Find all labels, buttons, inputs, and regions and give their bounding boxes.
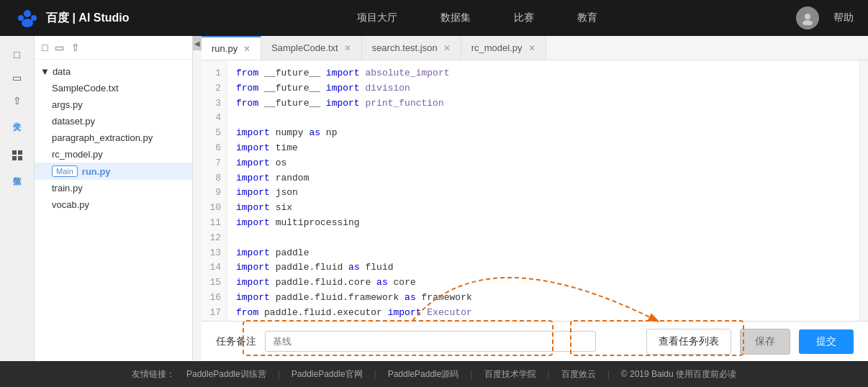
new-file-btn[interactable]: □	[6, 43, 29, 66]
top-nav: 百度 | AI Studio 项目大厅 数据集 比赛 教育 帮助	[0, 0, 868, 36]
svg-point-5	[803, 20, 813, 25]
line-number: 10	[207, 201, 221, 216]
add-folder-icon[interactable]: ▭	[55, 42, 64, 53]
code-line: import random	[236, 171, 851, 186]
submit-button[interactable]: 提交	[799, 329, 854, 354]
footer-link-3[interactable]: 百度技术学院	[484, 368, 536, 381]
chevron-down-icon: ▼	[40, 66, 50, 77]
folder-data[interactable]: ▼ data	[35, 63, 192, 80]
file-tree-panel: □ ▭ ⇧ ▼ data SampleCode.txt args.py data…	[35, 36, 193, 361]
tab-close-icon[interactable]: ✕	[443, 43, 451, 53]
code-line: import six	[236, 201, 851, 216]
footer-link-0[interactable]: PaddlePaddle训练营	[186, 368, 266, 381]
tab-close-icon[interactable]: ✕	[243, 44, 250, 54]
footer-sep: |	[470, 369, 472, 379]
list-item[interactable]: train.py	[35, 180, 192, 196]
file-name: paragraph_extraction.py	[52, 132, 153, 143]
list-item[interactable]: vocab.py	[35, 196, 192, 213]
footer-sep: |	[548, 369, 550, 379]
code-line: import time	[236, 141, 851, 156]
bottom-bar: 任务备注 查看任务列表 保存 提交	[202, 321, 868, 361]
nav-contest[interactable]: 比赛	[514, 12, 534, 24]
sidebar-datasets-section: 数据集	[6, 144, 29, 170]
main-area: □ ▭ ⇧ 文件夹 数据集 □ ▭ ⇧ ▼ data SampleCode.tx…	[0, 36, 868, 361]
code-line	[236, 111, 851, 126]
code-editor: 123456789101112131415161718192021222324 …	[202, 60, 868, 321]
file-tree-toolbar: □ ▭ ⇧	[35, 36, 192, 60]
code-line: import json	[236, 186, 851, 201]
tab-samplecode[interactable]: SampleCode.txt ✕	[261, 36, 362, 60]
svg-rect-7	[18, 150, 22, 155]
code-line: from __future__ import absolute_import	[236, 66, 851, 81]
line-number: 8	[207, 171, 221, 186]
file-name: train.py	[52, 183, 83, 194]
footer-link-4[interactable]: 百度效云	[561, 368, 596, 381]
baseline-input[interactable]	[265, 331, 596, 352]
main-badge: Main	[52, 165, 78, 177]
nav-education[interactable]: 教育	[577, 12, 597, 24]
upload-btn[interactable]: ⇧	[6, 89, 29, 112]
tab-run-py[interactable]: run.py ✕	[202, 36, 261, 60]
line-number: 11	[207, 216, 221, 231]
footer-link-1[interactable]: PaddlePaddle官网	[291, 368, 363, 381]
tab-search-test[interactable]: search.test.json ✕	[362, 36, 461, 60]
collapse-panel-arrow[interactable]: ◀	[193, 36, 202, 50]
add-file-icon[interactable]: □	[42, 42, 48, 53]
sidebar-files-section: □ ▭ ⇧ 文件夹	[6, 43, 29, 115]
svg-point-0	[24, 10, 31, 17]
file-name: dataset.py	[52, 116, 95, 127]
code-line: import paddle.fluid.core as core	[236, 276, 851, 291]
bottom-bar-wrapper: 任务备注 查看任务列表 保存 提交	[202, 321, 868, 361]
vertical-scrollbar[interactable]	[859, 60, 868, 321]
file-tree-content: ▼ data SampleCode.txt args.py dataset.py…	[35, 60, 192, 361]
list-item[interactable]: args.py	[35, 96, 192, 113]
line-number: 1	[207, 66, 221, 81]
top-nav-links: 项目大厅 数据集 比赛 教育	[158, 12, 796, 24]
list-item[interactable]: paragraph_extraction.py	[35, 129, 192, 146]
line-number: 3	[207, 96, 221, 111]
code-line: from paddle.fluid.executor import Execut…	[236, 306, 851, 321]
code-line: from __future__ import print_function	[236, 96, 851, 111]
line-number: 6	[207, 141, 221, 156]
help-link[interactable]: 帮助	[833, 12, 854, 24]
file-name: vocab.py	[52, 199, 89, 210]
datasets-icon-btn[interactable]	[6, 144, 29, 167]
code-line: import paddle.fluid as fluid	[236, 260, 851, 276]
code-content[interactable]: from __future__ import absolute_importfr…	[227, 60, 859, 321]
code-line: import numpy as np	[236, 126, 851, 141]
tab-bar: run.py ✕ SampleCode.txt ✕ search.test.js…	[202, 36, 868, 60]
tab-label: run.py	[212, 43, 238, 54]
line-number: 5	[207, 126, 221, 141]
avatar[interactable]	[796, 6, 819, 29]
tab-close-icon[interactable]: ✕	[344, 43, 351, 53]
footer-sep: |	[607, 369, 610, 379]
new-folder-btn[interactable]: ▭	[6, 66, 29, 89]
svg-point-1	[18, 15, 24, 21]
code-line	[236, 231, 851, 246]
tab-label: SampleCode.txt	[271, 42, 338, 53]
list-item[interactable]: rc_model.py	[35, 146, 192, 163]
view-tasks-button[interactable]: 查看任务列表	[646, 329, 731, 355]
list-item[interactable]: SampleCode.txt	[35, 80, 192, 96]
footer-link-2[interactable]: PaddlePaddle源码	[388, 368, 459, 381]
list-item-active[interactable]: Main run.py	[35, 163, 192, 180]
nav-datasets[interactable]: 数据集	[440, 12, 471, 24]
line-number: 7	[207, 156, 221, 171]
save-button[interactable]: 保存	[740, 329, 790, 355]
tab-close-icon[interactable]: ✕	[528, 43, 535, 53]
tab-rc-model[interactable]: rc_model.py ✕	[461, 36, 546, 60]
upload-file-icon[interactable]: ⇧	[71, 42, 80, 53]
baidu-icon	[14, 5, 40, 31]
svg-point-4	[805, 14, 810, 19]
line-numbers: 123456789101112131415161718192021222324	[202, 60, 227, 321]
line-number: 15	[207, 276, 221, 291]
logo: 百度 | AI Studio	[14, 5, 130, 31]
svg-rect-6	[12, 150, 17, 155]
list-item[interactable]: dataset.py	[35, 113, 192, 129]
file-name: rc_model.py	[52, 149, 103, 160]
nav-projects[interactable]: 项目大厅	[357, 12, 397, 24]
line-number: 12	[207, 231, 221, 246]
top-nav-right: 帮助	[796, 6, 854, 29]
line-number: 4	[207, 111, 221, 126]
bottom-right: 查看任务列表 保存 提交	[646, 329, 854, 355]
